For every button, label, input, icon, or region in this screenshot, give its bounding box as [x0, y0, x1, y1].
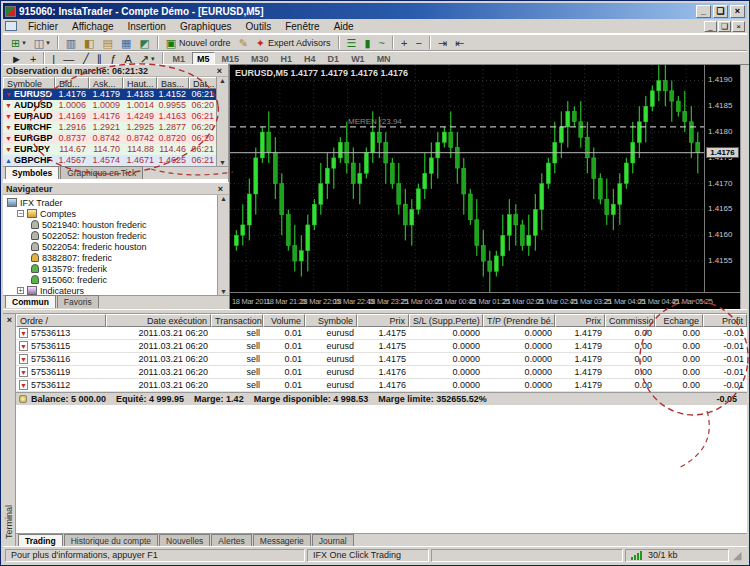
scroll-down-icon[interactable]: ▼ [219, 159, 226, 166]
toolbar-chart-candles-button[interactable]: ▮ [361, 36, 373, 50]
orders-column-7[interactable]: T/P (Prendre bé... [483, 314, 555, 327]
orders-column-1[interactable]: Date exécution [106, 314, 211, 327]
chart-window[interactable]: MEREN (23.94EURUSD,M5 1.4177 1.4179 1.41… [229, 64, 749, 309]
orders-column-11[interactable]: Profit [703, 314, 747, 327]
mw-column-5[interactable]: Dat... [189, 77, 217, 89]
close-icon[interactable]: × [3, 314, 16, 327]
orders-column-10[interactable]: Echange [655, 314, 703, 327]
toolbar-new-order-button[interactable]: ▣Nouvel ordre [163, 36, 234, 50]
orders-column-9[interactable]: Commission [605, 314, 655, 327]
menu-fichier[interactable]: Fichier [21, 20, 65, 33]
candlestick-chart[interactable]: MEREN (23.94EURUSD,M5 1.4177 1.4179 1.41… [230, 65, 704, 292]
orders-column-2[interactable]: Transaction [211, 314, 263, 327]
market-watch-tab-graphique-en-tick[interactable]: Graphique en Tick [60, 166, 143, 179]
resize-grip[interactable]: ◢ [733, 549, 745, 561]
mw-column-0[interactable]: Symbole [3, 77, 55, 89]
market-row-eurjpy[interactable]: ▼EURJPY114.67114.70114.88114.4606:21 [3, 144, 228, 155]
scroll-down-icon[interactable]: ▼ [220, 288, 227, 295]
market-watch-scrollbar[interactable]: ▲ ▼ [216, 77, 228, 166]
tree-item-account[interactable]: 5022054: frederic houston [31, 241, 229, 252]
toolbar-chart-bars-button[interactable]: ☰ [344, 36, 360, 50]
order-row-57536119[interactable]: ▼575361192011.03.21 06:20sell0.01eurusd1… [16, 366, 747, 379]
navigator-title-bar[interactable]: Navigateur × [3, 182, 229, 195]
navigator-scrollbar[interactable]: ▲ ▼ [217, 195, 229, 295]
toolbar-metaeditor-button[interactable]: ✎ [236, 36, 251, 50]
mw-column-4[interactable]: Bas... [157, 77, 189, 89]
market-row-eurchf[interactable]: ▼EURCHF1.29161.29211.29251.287706:20 [3, 122, 228, 133]
crosshair-icon: + [30, 53, 36, 65]
orders-column-6[interactable]: S/L (Supp.Perte) [409, 314, 483, 327]
market-row-eurgbp[interactable]: ▼EURGBP0.87370.87420.87420.872006:20 [3, 133, 228, 144]
orders-column-3[interactable]: Volume [263, 314, 305, 327]
mw-column-1[interactable]: Bid... [55, 77, 89, 89]
market-watch-tab-symboles[interactable]: Symboles [5, 166, 59, 179]
toolbar-zoom-in-button[interactable]: + [398, 36, 410, 50]
order-row-57536113[interactable]: ▼575361132011.03.21 06:20sell0.01eurusd1… [16, 327, 747, 340]
tree-item-root[interactable]: IFX Trader [7, 197, 229, 208]
tree-item-account[interactable]: 915060: frederic [31, 274, 229, 285]
menu-fenêtre[interactable]: Fenêtre [278, 20, 326, 33]
minimize-button[interactable]: _ [696, 5, 711, 18]
order-profit: -0.01 [703, 353, 747, 365]
scroll-up-icon[interactable]: ▲ [220, 195, 227, 202]
mdi-restore-button[interactable]: ❏ [718, 21, 731, 32]
market-watch-title-bar[interactable]: Observation du marché: 06:21:32 × [3, 64, 228, 77]
price-tick: 1.4180 [708, 127, 732, 136]
order-row-57536112[interactable]: ▼575361122011.03.21 06:20sell0.01eurusd1… [16, 379, 747, 392]
title-bar[interactable]: 915060: InstaTrader - Compte Démo - [EUR… [3, 3, 747, 19]
toolbar-data-window-button[interactable]: ◧ [81, 36, 97, 50]
toolbar-auto-scroll-button[interactable]: ⇥ [435, 36, 450, 50]
summary-icon [19, 395, 27, 403]
tree-item-account[interactable]: 913579: frederik [31, 263, 229, 274]
close-icon[interactable]: × [214, 66, 225, 76]
mw-column-2[interactable]: Ask... [89, 77, 123, 89]
collapse-icon[interactable]: − [17, 210, 24, 217]
tree-item-indicators[interactable]: + Indicateurs [17, 285, 229, 295]
navigator-tab-favoris[interactable]: Favoris [57, 295, 99, 308]
scroll-up-icon[interactable]: ▲ [219, 77, 226, 84]
mdi-close-button[interactable]: × [732, 21, 745, 32]
restore-button[interactable]: ❏ [713, 5, 728, 18]
orders-column-4[interactable]: Symbole [305, 314, 357, 327]
one-click-trading-button[interactable]: IFX One Click Trading [307, 549, 429, 562]
tree-item-account[interactable]: 5022052: houston frederic [31, 230, 229, 241]
toolbar-navigator-button[interactable]: ▤ [99, 36, 115, 50]
menu-insertion[interactable]: Insertion [121, 20, 173, 33]
toolbar-strategy-tester-button[interactable]: ◩ [136, 36, 152, 50]
toolbar-expert-advisors-button[interactable]: ✦Expert Advisors [253, 36, 334, 50]
market-row-euraud[interactable]: ▼EURAUD1.41691.41761.42491.416306:21 [3, 111, 228, 122]
mdi-minimize-button[interactable]: _ [704, 21, 717, 32]
order-sell-icon: ▼ [19, 380, 28, 390]
order-row-57536115[interactable]: ▼575361152011.03.21 06:20sell0.01eurusd1… [16, 340, 747, 353]
terminal-side-label[interactable]: Terminal [4, 505, 14, 539]
toolbar-profiles-button[interactable]: ◫▾ [31, 36, 53, 50]
market-row-audusd[interactable]: ▼AUDUSD1.00061.00091.00140.995506:20 [3, 100, 228, 111]
orders-column-5[interactable]: Prix [357, 314, 409, 327]
toolbar-zoom-out-button[interactable]: − [412, 36, 424, 50]
menu-outils[interactable]: Outils [239, 20, 279, 33]
orders-column-0[interactable]: Ordre / [16, 314, 106, 327]
tree-item-account[interactable]: 5021940: houston frederic [31, 219, 229, 230]
toolbar-market-watch-button[interactable]: ▥ [63, 36, 79, 50]
application-window: 915060: InstaTrader - Compte Démo - [EUR… [0, 0, 750, 566]
close-button[interactable]: × [730, 5, 745, 18]
close-icon[interactable]: × [215, 184, 226, 194]
tree-item-accounts[interactable]: − Comptes [17, 208, 229, 219]
menu-graphiques[interactable]: Graphiques [173, 20, 239, 33]
market-row-gbpchf[interactable]: ▲GBPCHF1.45671.45741.46711.462506:21 [3, 155, 228, 166]
mw-column-3[interactable]: Haut... [123, 77, 157, 89]
market-row-eurusd[interactable]: ▼EURUSD1.41761.41791.41831.415206:21 [3, 89, 228, 100]
toolbar-chart-shift-button[interactable]: ⇤ [452, 36, 467, 50]
expand-icon[interactable]: + [17, 287, 24, 294]
order-row-57536116[interactable]: ▼575361162011.03.21 06:20sell0.01eurusd1… [16, 353, 747, 366]
chart-scrollbar[interactable] [740, 65, 749, 309]
orders-column-8[interactable]: Prix [555, 314, 605, 327]
toolbar-new-chart-button[interactable]: ⊞▾ [8, 36, 29, 50]
tree-item-account[interactable]: 8382807: frederic [31, 252, 229, 263]
price-down-icon: ▼ [5, 122, 12, 133]
menu-affichage[interactable]: Affichage [65, 20, 121, 33]
menu-aide[interactable]: Aide [327, 20, 361, 33]
toolbar-chart-line-button[interactable]: ~ [376, 36, 388, 50]
toolbar-terminal-button[interactable]: ▦ [118, 36, 134, 50]
navigator-tab-commun[interactable]: Commun [5, 295, 56, 308]
